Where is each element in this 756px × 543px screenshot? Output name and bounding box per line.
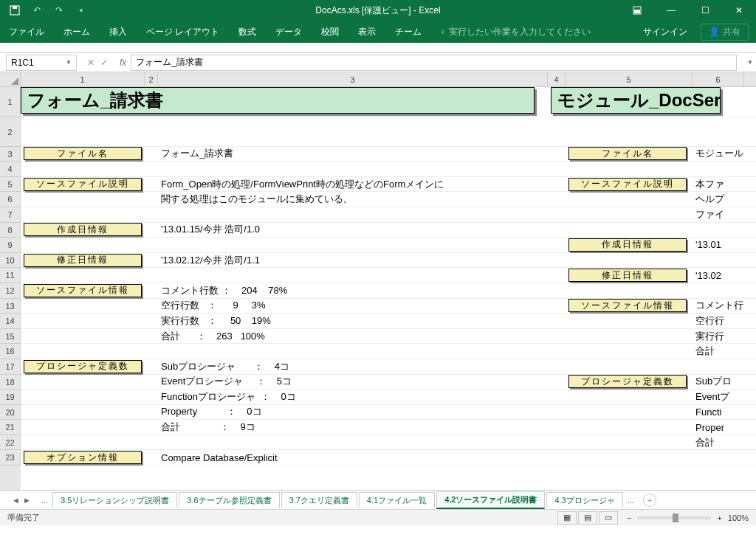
row-header[interactable]: 14: [0, 314, 21, 329]
tab-overflow[interactable]: ...: [38, 494, 51, 507]
tab-prev-icon[interactable]: ◄: [12, 496, 20, 505]
cell: Subプロシージャ ： 4コ: [158, 359, 548, 374]
view-normal-icon[interactable]: ▦: [557, 511, 577, 525]
view-break-icon[interactable]: ▭: [599, 511, 618, 525]
row-header[interactable]: 19: [0, 390, 21, 405]
sheet-tab-active[interactable]: 4.2ソースファイル説明書: [436, 491, 545, 509]
share-icon: 👤: [709, 27, 720, 37]
share-button[interactable]: 👤共有: [701, 24, 749, 41]
label-src: ソースファイル説明: [24, 178, 142, 191]
undo-icon[interactable]: ↶: [27, 1, 47, 19]
select-all-corner[interactable]: [0, 72, 21, 86]
row-header[interactable]: 22: [0, 435, 21, 451]
row-header[interactable]: 21: [0, 420, 21, 435]
share-label: 共有: [723, 26, 740, 38]
cell: Eventプ: [693, 390, 744, 404]
label-filename: ファイル名: [24, 147, 142, 160]
col-header[interactable]: 4: [548, 72, 566, 86]
tab-insert[interactable]: 挿入: [108, 23, 128, 41]
row-header[interactable]: 13: [0, 299, 21, 314]
cancel-icon[interactable]: ✕: [87, 58, 94, 68]
zoom-out-icon[interactable]: −: [627, 513, 631, 522]
sheet-tab[interactable]: 3.7クエリ定義書: [281, 492, 357, 508]
qat-dropdown-icon[interactable]: ▼: [71, 1, 92, 19]
row-header[interactable]: 11: [0, 268, 21, 283]
row-header[interactable]: 16: [0, 344, 21, 359]
cell: 合計 ： 9コ: [158, 420, 548, 435]
row-header[interactable]: 17: [0, 359, 21, 375]
formula-input[interactable]: フォーム_請求書: [131, 55, 737, 71]
tab-layout[interactable]: ページ レイアウト: [145, 23, 221, 41]
tab-formulas[interactable]: 数式: [237, 23, 258, 41]
tab-next-icon[interactable]: ►: [23, 496, 31, 505]
signin-link[interactable]: サインイン: [643, 26, 687, 38]
label-create: 作成日情報: [24, 223, 142, 236]
col-header[interactable]: 2: [145, 72, 158, 86]
cell: 合計 ： 263 100%: [158, 329, 548, 344]
svg-rect-1: [13, 6, 17, 9]
maximize-icon[interactable]: ☐: [688, 0, 722, 21]
minimize-icon[interactable]: —: [654, 0, 688, 21]
label-proc-r: プロシージャ定義数: [568, 375, 687, 388]
tab-view[interactable]: 表示: [357, 23, 377, 41]
tab-file[interactable]: ファイル: [7, 23, 46, 41]
row-header[interactable]: 4: [0, 162, 21, 177]
row-header[interactable]: 23: [0, 450, 21, 466]
zoom-value[interactable]: 100%: [728, 513, 749, 522]
ribbon-options-icon[interactable]: [620, 0, 654, 21]
sheet-tab[interactable]: 3.6テーブル参照定義書: [179, 492, 279, 508]
col-header[interactable]: 5: [566, 72, 693, 86]
tab-review[interactable]: 校閲: [320, 23, 340, 41]
zoom-in-icon[interactable]: +: [717, 513, 721, 522]
row-header[interactable]: 15: [0, 329, 21, 345]
close-icon[interactable]: ✕: [722, 0, 756, 21]
add-sheet-button[interactable]: +: [643, 494, 656, 507]
name-box[interactable]: R1C1▼: [6, 55, 77, 71]
label-opt: オプション情報: [24, 451, 142, 464]
cells[interactable]: フォーム_請求書モジュール_DocSer ファイル名フォーム_請求書ファイル名モ…: [21, 87, 756, 490]
label-mod: 修正日情報: [24, 254, 142, 267]
cell: '13.02.12/今井 浩司/1.1: [158, 253, 548, 268]
sheet-tab[interactable]: 4.3プロシージャ: [546, 492, 622, 508]
row-header[interactable]: 10: [0, 253, 21, 269]
tab-home[interactable]: ホーム: [62, 23, 92, 41]
enter-icon[interactable]: ✓: [100, 58, 108, 68]
section-title-right: モジュール_DocSer: [551, 87, 721, 114]
label-src-r: ソースファイル説明: [568, 178, 687, 191]
zoom-slider[interactable]: [637, 516, 711, 519]
row-header[interactable]: 8: [0, 223, 21, 238]
tab-overflow[interactable]: ...: [625, 494, 637, 507]
label-create-r: 作成日情報: [568, 238, 687, 252]
row-header[interactable]: 2: [0, 117, 21, 147]
row-header[interactable]: 6: [0, 192, 21, 207]
row-header[interactable]: 5: [0, 177, 21, 193]
fx-icon[interactable]: fx: [115, 58, 131, 68]
col-header[interactable]: 3: [158, 72, 548, 86]
col-header[interactable]: 1: [21, 72, 145, 86]
cell: 合計: [693, 344, 744, 359]
cell: モジュール: [693, 147, 744, 162]
sheet-tab[interactable]: 3.5リレーションシップ説明書: [52, 492, 177, 508]
cell: Eventプロシージャ ： 5コ: [158, 375, 548, 390]
sheet-tab[interactable]: 4.1ファイル一覧: [359, 492, 435, 508]
label-proc: プロシージャ定義数: [24, 360, 142, 373]
cell: Functionプロシージャ ： 0コ: [158, 390, 548, 404]
formula-expand-icon[interactable]: ▼: [744, 59, 756, 66]
cell: Property ： 0コ: [158, 405, 548, 420]
save-icon[interactable]: [4, 1, 25, 19]
row-header[interactable]: 18: [0, 375, 21, 390]
tab-team[interactable]: チーム: [394, 23, 423, 41]
row-header[interactable]: 9: [0, 238, 21, 253]
tell-me[interactable]: ♀ 実行したい作業を入力してください: [439, 26, 590, 38]
row-header[interactable]: 12: [0, 283, 21, 299]
row-header[interactable]: 3: [0, 147, 21, 162]
row-header[interactable]: 20: [0, 405, 21, 421]
chevron-down-icon[interactable]: ▼: [66, 59, 72, 66]
row-header[interactable]: 1: [0, 87, 21, 117]
redo-icon[interactable]: ↷: [49, 1, 69, 19]
grid[interactable]: 1 2 3 4 5 6 7 8 9 10 11 12 13 14 15 16 1…: [0, 87, 756, 490]
view-layout-icon[interactable]: ▤: [578, 511, 597, 525]
row-header[interactable]: 7: [0, 207, 21, 223]
tab-data[interactable]: データ: [274, 23, 303, 41]
col-header[interactable]: 6: [693, 72, 744, 86]
